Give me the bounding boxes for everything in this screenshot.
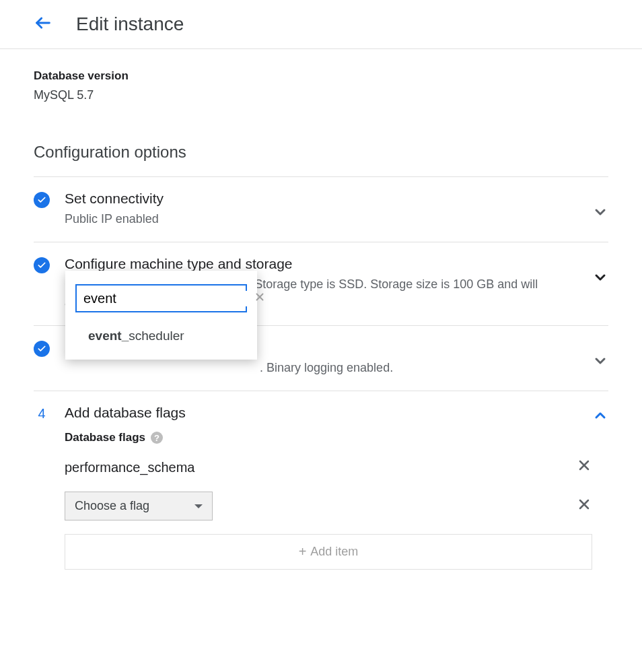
- check-circle-icon: [34, 257, 50, 273]
- clear-input-icon[interactable]: [254, 290, 266, 307]
- section-flags-title: Add database flags: [65, 405, 592, 421]
- section-database-flags: 4 Add database flags Database flags ? pe…: [34, 391, 608, 583]
- help-icon[interactable]: ?: [151, 432, 163, 444]
- flag-name: performance_schema: [65, 460, 194, 475]
- plus-icon: +: [299, 544, 307, 560]
- choose-flag-dropdown[interactable]: Choose a flag: [65, 492, 213, 520]
- flag-row-choose: Choose a flag: [65, 492, 592, 520]
- check-circle-icon: [34, 341, 50, 357]
- dropdown-label: Choose a flag: [75, 499, 149, 513]
- add-item-button[interactable]: + Add item: [65, 534, 592, 570]
- add-item-label: Add item: [310, 545, 358, 559]
- flag-row-performance-schema: performance_schema: [65, 457, 592, 478]
- db-version-label: Database version: [34, 69, 608, 83]
- section-connectivity[interactable]: Set connectivity Public IP enabled: [34, 177, 608, 242]
- suggestion-match: event_: [88, 329, 129, 343]
- db-version-value: MySQL 5.7: [34, 88, 608, 102]
- section-connectivity-title: Set connectivity: [65, 191, 592, 207]
- autocomplete-input-container: [75, 284, 247, 312]
- remove-flag-icon[interactable]: [576, 457, 592, 478]
- section-backup-subtitle: . Binary logging enabled.: [65, 359, 592, 377]
- chevron-down-icon[interactable]: [592, 204, 608, 223]
- check-circle-icon: [34, 192, 50, 208]
- page-title: Edit instance: [76, 13, 184, 35]
- section-machine-type[interactable]: Configure machine type and storage Machi…: [34, 242, 608, 326]
- page-header: Edit instance: [0, 0, 642, 49]
- flags-label: Database flags: [65, 431, 145, 444]
- config-options-title: Configuration options: [34, 143, 608, 162]
- autocomplete-popup: event_scheduler: [65, 271, 257, 360]
- autocomplete-suggestion[interactable]: event_scheduler: [65, 319, 257, 353]
- chevron-down-icon[interactable]: [592, 353, 608, 372]
- suggestion-rest: scheduler: [129, 329, 184, 343]
- chevron-up-icon[interactable]: [592, 407, 608, 426]
- section-connectivity-subtitle: Public IP enabled: [65, 210, 592, 228]
- chevron-down-icon[interactable]: [592, 269, 608, 288]
- section-machine-title: Configure machine type and storage: [65, 256, 592, 272]
- back-arrow-icon[interactable]: [34, 13, 52, 35]
- step-number: 4: [34, 406, 50, 422]
- caret-down-icon: [194, 504, 203, 508]
- flag-search-input[interactable]: [83, 291, 254, 306]
- remove-flag-icon[interactable]: [576, 496, 592, 517]
